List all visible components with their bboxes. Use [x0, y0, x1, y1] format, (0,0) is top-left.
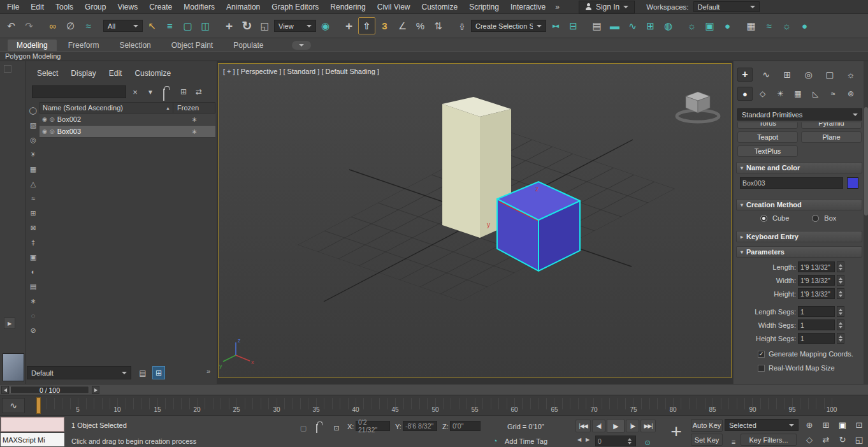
- tab-populate[interactable]: Populate: [224, 40, 272, 51]
- table-row-box003-selected[interactable]: ◉ ◎ Box003 ∗: [40, 126, 215, 138]
- real-world-map-label[interactable]: Real-World Map Size: [769, 364, 835, 372]
- menu-item-graph-editors[interactable]: Graph Editors: [266, 0, 324, 14]
- lights-category-icon[interactable]: ☀: [772, 87, 788, 101]
- frozen-toggle-icon[interactable]: ∗: [191, 128, 197, 136]
- toggle-ribbon-icon[interactable]: ▬: [606, 17, 623, 34]
- time-slider[interactable]: 0 / 100: [0, 384, 868, 395]
- create-tab-icon[interactable]: +: [737, 68, 753, 82]
- explorer-menu-select[interactable]: Select: [31, 69, 64, 78]
- y-coordinate-field[interactable]: -8'6 8/32": [403, 421, 437, 431]
- select-by-name-icon[interactable]: ≡: [161, 17, 178, 34]
- plane-button[interactable]: Plane: [801, 131, 862, 143]
- select-and-manipulate-icon[interactable]: +: [340, 17, 358, 34]
- menu-item-customize[interactable]: Customize: [416, 0, 464, 14]
- keyboard-entry-rollout[interactable]: ▸ Keyboard Entry: [736, 231, 862, 242]
- column-header-name[interactable]: Name (Sorted Ascending) ▲: [40, 104, 173, 112]
- explorer-overflow-icon[interactable]: »: [206, 367, 210, 375]
- workspace-select[interactable]: Default: [693, 1, 760, 12]
- ribbon-panel-bar[interactable]: Polygon Modeling: [0, 51, 868, 61]
- menu-item-animation[interactable]: Animation: [221, 0, 266, 14]
- add-time-tag[interactable]: Add Time Tag: [505, 437, 547, 445]
- menu-item-file[interactable]: File: [1, 0, 25, 14]
- layer-list-icon[interactable]: ▤: [136, 366, 149, 379]
- name-and-color-rollout[interactable]: ▾ Name and Color: [736, 162, 862, 173]
- menu-item-civil-view[interactable]: Civil View: [372, 0, 416, 14]
- window-crossing-icon[interactable]: ◫: [197, 17, 214, 34]
- use-pivot-point-center-icon[interactable]: ◉: [317, 17, 334, 34]
- angle-snap-icon[interactable]: ∠: [394, 17, 411, 34]
- height-spinner[interactable]: [837, 288, 844, 299]
- layer-explorer-icon[interactable]: ▤: [588, 17, 605, 34]
- object-color-swatch[interactable]: [847, 177, 858, 189]
- frame-spinner[interactable]: [626, 436, 633, 446]
- menu-item-views[interactable]: Views: [112, 0, 143, 14]
- spinner-snap-icon[interactable]: ⇅: [430, 17, 447, 34]
- set-key-button[interactable]: Set Key: [691, 434, 723, 446]
- zoom-region-icon[interactable]: ⊡: [851, 418, 867, 432]
- material-editor-icon[interactable]: ◍: [660, 17, 677, 34]
- maximize-viewport-icon[interactable]: ◱: [851, 433, 867, 446]
- dock-handle[interactable]: [4, 65, 11, 73]
- teapot-button[interactable]: Teapot: [737, 131, 798, 143]
- frame-back-icon[interactable]: ◀: [577, 437, 581, 443]
- select-object-icon[interactable]: ↖: [143, 17, 161, 34]
- sync-selection-icon[interactable]: ⇄: [192, 85, 205, 98]
- state-sets-icon[interactable]: ▦: [742, 17, 760, 34]
- viewport-canvas[interactable]: z y x y z: [219, 64, 731, 377]
- track-bar[interactable]: ∿ 5 10 15 20 25 30 35 40 45 50 55 60 65 …: [0, 395, 868, 415]
- display-geometry-icon[interactable]: ▧: [27, 119, 39, 131]
- torus-button[interactable]: Torus: [737, 122, 798, 129]
- space-warps-category-icon[interactable]: ≈: [825, 87, 841, 101]
- menu-item-create[interactable]: Create: [143, 0, 178, 14]
- unlink-selection-icon[interactable]: ∅: [62, 17, 79, 34]
- primitive-category-select[interactable]: Standard Primitives: [737, 108, 862, 121]
- display-tab-icon[interactable]: ▢: [822, 68, 837, 82]
- explorer-search-input[interactable]: [32, 85, 126, 98]
- schematic-view-icon[interactable]: ⊞: [642, 17, 659, 34]
- grid-view-icon[interactable]: ⊞: [152, 366, 165, 379]
- explorer-menu-display[interactable]: Display: [64, 69, 102, 78]
- mirror-icon[interactable]: ▸◂: [547, 17, 564, 34]
- object-name-field[interactable]: Box003: [740, 177, 843, 189]
- display-shapes-icon[interactable]: ◎: [27, 134, 39, 145]
- menu-item-rendering[interactable]: Rendering: [324, 0, 371, 14]
- select-and-move-icon[interactable]: +: [221, 17, 238, 34]
- frame-forward-icon[interactable]: ▶: [586, 437, 590, 443]
- bind-to-space-warp-icon[interactable]: ≈: [80, 17, 97, 34]
- explorer-preset-select[interactable]: Default: [27, 366, 131, 379]
- navigation-cross-icon[interactable]: +: [664, 418, 688, 446]
- textplus-button[interactable]: TextPlus: [737, 145, 798, 157]
- next-frame-button[interactable]: |▶: [626, 420, 639, 432]
- keyboard-shortcut-override-icon[interactable]: ⇧: [358, 17, 375, 34]
- lock-explorer-icon[interactable]: [163, 89, 164, 101]
- pick-parent-icon[interactable]: ⊞: [177, 85, 190, 98]
- go-to-start-button[interactable]: |◀◀: [575, 420, 591, 432]
- creation-method-rollout[interactable]: ▾ Creation Method: [736, 199, 862, 210]
- display-frozen-icon[interactable]: ∗: [27, 295, 39, 307]
- utilities-tab-icon[interactable]: ☼: [843, 68, 858, 82]
- percent-snap-icon[interactable]: %: [412, 17, 429, 34]
- frozen-toggle-icon[interactable]: ∗: [191, 115, 197, 124]
- filter-none-icon[interactable]: ⊘: [27, 325, 39, 336]
- go-to-end-button[interactable]: ▶▶|: [640, 420, 656, 432]
- select-and-link-icon[interactable]: ∞: [44, 17, 61, 34]
- orbit-icon[interactable]: ↻: [835, 433, 850, 446]
- perspective-viewport[interactable]: [ + ] [ Perspective ] [ Standard ] [ Def…: [218, 63, 732, 378]
- column-header-frozen[interactable]: Frozen: [173, 103, 215, 113]
- key-mode-select[interactable]: Selected: [725, 419, 799, 431]
- select-and-rotate-icon[interactable]: ↻: [238, 17, 256, 34]
- absolute-mode-icon[interactable]: ⊡: [328, 420, 345, 437]
- display-hidden-icon[interactable]: ◌: [27, 310, 39, 321]
- clear-search-icon[interactable]: ×: [129, 85, 141, 98]
- box-radio-label[interactable]: Box: [824, 214, 836, 222]
- menu-item-group[interactable]: Group: [79, 0, 112, 14]
- ribbon-display-toggle[interactable]: [292, 41, 311, 50]
- mini-curve-editor-icon[interactable]: ∿: [2, 398, 25, 413]
- explorer-menu-customize[interactable]: Customize: [128, 69, 177, 78]
- tab-modeling[interactable]: Modeling: [8, 40, 57, 51]
- curve-editor-icon[interactable]: ∿: [624, 17, 641, 34]
- render-teapot-icon[interactable]: ●: [796, 17, 813, 34]
- length-segs-spinner[interactable]: [837, 306, 844, 317]
- tab-selection[interactable]: Selection: [110, 40, 159, 51]
- visibility-icon[interactable]: ◉: [42, 116, 47, 122]
